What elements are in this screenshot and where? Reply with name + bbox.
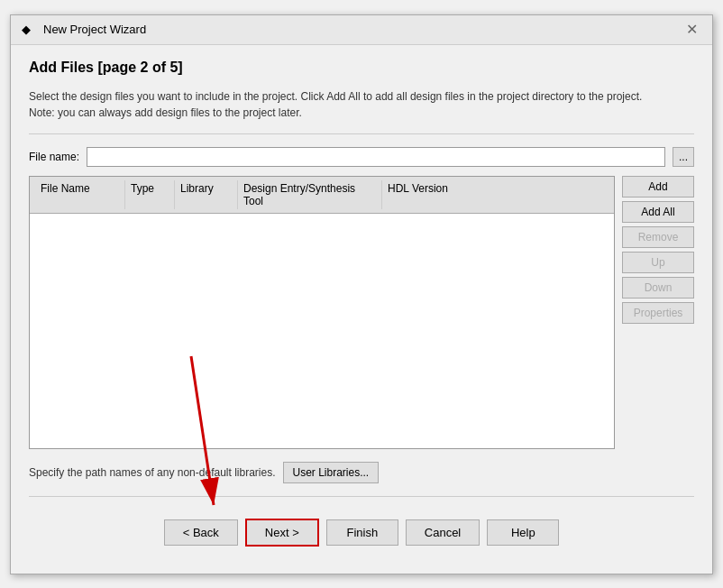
col-hdl: HDL Version <box>382 180 463 209</box>
add-button[interactable]: Add <box>622 176 694 198</box>
table-body <box>30 214 614 448</box>
col-library: Library <box>175 180 238 209</box>
finish-button[interactable]: Finish <box>326 519 398 546</box>
user-libraries-button[interactable]: User Libraries... <box>283 462 380 483</box>
side-buttons: Add Add All Remove Up Down Properties <box>622 176 694 449</box>
footer-divider <box>29 496 694 497</box>
page-title: Add Files [page 2 of 5] <box>29 60 694 76</box>
file-name-row: File name: ... <box>29 147 694 167</box>
add-all-button[interactable]: Add All <box>622 201 694 223</box>
up-button[interactable]: Up <box>622 252 694 273</box>
file-name-label: File name: <box>29 151 79 163</box>
next-button[interactable]: Next > <box>245 519 319 547</box>
footer-area: < Back Next > Finish Cancel Help <box>29 510 694 559</box>
main-area: File Name Type Library Design Entry/Synt… <box>29 176 694 449</box>
table-header: File Name Type Library Design Entry/Synt… <box>30 177 614 214</box>
col-filename: File Name <box>35 180 125 209</box>
remove-button[interactable]: Remove <box>622 226 694 248</box>
col-type: Type <box>125 180 175 209</box>
dialog-content: Add Files [page 2 of 5] Select the desig… <box>11 45 712 574</box>
properties-button[interactable]: Properties <box>622 302 694 324</box>
title-bar: ◆ New Project Wizard ✕ <box>11 15 712 45</box>
title-bar-left: ◆ New Project Wizard <box>22 23 146 37</box>
bottom-text: Specify the path names of any non-defaul… <box>29 466 276 479</box>
divider-top <box>29 133 694 134</box>
col-design: Design Entry/Synthesis Tool <box>238 180 382 209</box>
dialog-title: New Project Wizard <box>43 23 146 36</box>
down-button[interactable]: Down <box>622 277 694 299</box>
description-text: Select the design files you want to incl… <box>29 88 694 121</box>
file-name-input[interactable] <box>87 147 665 167</box>
close-button[interactable]: ✕ <box>682 23 701 37</box>
footer-buttons: < Back Next > Finish Cancel Help <box>29 510 694 559</box>
dialog-container: ◆ New Project Wizard ✕ Add Files [page 2… <box>10 14 713 574</box>
app-icon: ◆ <box>22 23 36 37</box>
bottom-section: Specify the path names of any non-defaul… <box>29 462 694 483</box>
file-table: File Name Type Library Design Entry/Synt… <box>29 176 615 449</box>
back-button[interactable]: < Back <box>164 519 238 546</box>
browse-button[interactable]: ... <box>673 147 694 167</box>
description-line2: Note: you can always add design files to… <box>29 106 302 119</box>
description-line1: Select the design files you want to incl… <box>29 90 642 103</box>
cancel-button[interactable]: Cancel <box>406 519 480 546</box>
help-button[interactable]: Help <box>487 519 559 546</box>
